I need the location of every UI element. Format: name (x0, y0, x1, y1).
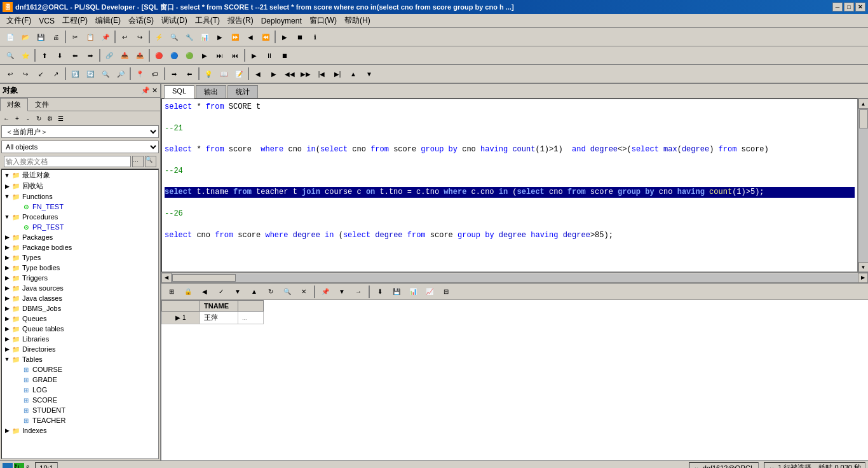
tree-item[interactable]: ▶📁DBMS_Jobs (2, 303, 158, 313)
close-button[interactable]: ✕ (855, 3, 865, 11)
tree-item[interactable]: ⊞GRADE (2, 375, 158, 385)
toolbar2-btn6[interactable]: ➡ (83, 48, 97, 62)
menu-vcs[interactable]: VCS (35, 15, 58, 27)
tree-item[interactable]: ▶📁Java sources (2, 283, 158, 293)
toolbar-btn4[interactable]: 📊 (198, 30, 212, 44)
tree-item[interactable]: ▶📁Triggers (2, 273, 158, 283)
filter2-btn[interactable]: ▼ (335, 285, 349, 299)
tree-item[interactable]: ▶📁Queues (2, 313, 158, 324)
restore-button[interactable]: □ (844, 3, 854, 11)
menu-report[interactable]: 报告(R) (224, 14, 257, 27)
toolbar2-btn3[interactable]: ⬆ (37, 48, 51, 62)
toolbar2-run2[interactable]: ⏸ (262, 48, 276, 62)
menu-project[interactable]: 工程(P) (58, 14, 92, 27)
tab-files[interactable]: 文件 (28, 98, 56, 111)
toolbar3-btn7[interactable]: 🔍 (98, 67, 112, 81)
toolbar-redo[interactable]: ↪ (133, 30, 147, 44)
tree-item[interactable]: ⊞STUDENT (2, 405, 158, 415)
tree-item[interactable]: ▼📁最近对象 (2, 170, 158, 181)
toolbar-paste[interactable]: 📌 (98, 30, 112, 44)
menu-edit[interactable]: 编辑(E) (92, 14, 125, 27)
tab-stats[interactable]: 统计 (227, 85, 258, 98)
hscrollbar[interactable]: ◀ ▶ (161, 272, 868, 282)
toolbar-btn3[interactable]: 🔧 (182, 30, 196, 44)
toolbar2-btn9[interactable]: 📤 (133, 48, 147, 62)
user-dropdown[interactable]: ＜当前用户＞ (1, 125, 159, 138)
tree-item[interactable]: ⊞COURSE (2, 364, 158, 375)
toolbar2-btn1[interactable]: 🔍 (3, 48, 17, 62)
toolbar-open[interactable]: 📂 (18, 30, 32, 44)
tree-item[interactable]: ▶📁回收站 (2, 181, 158, 191)
prev-btn[interactable]: ◀ (198, 285, 212, 299)
hscroll-right-btn[interactable]: ▶ (858, 273, 868, 283)
nav2-btn[interactable]: → (351, 285, 365, 299)
tree-item[interactable]: ⊙FN_TEST (2, 202, 158, 212)
hscroll-thumb[interactable] (172, 274, 236, 282)
pin-result-btn[interactable]: 📌 (318, 285, 332, 299)
search-input[interactable] (4, 156, 131, 167)
pin-icon[interactable]: 📌 ✕ (141, 86, 158, 95)
toolbar-btn5[interactable]: ▶ (213, 30, 227, 44)
minimize-button[interactable]: ─ (832, 3, 843, 11)
nav-first[interactable]: |◀ (315, 67, 329, 81)
vscrollbar[interactable]: ▲ ▼ (858, 99, 868, 272)
clear-btn[interactable]: ✕ (297, 285, 311, 299)
menu-help[interactable]: 帮助(H) (341, 14, 374, 27)
obj-back[interactable]: ← (1, 113, 11, 123)
scroll-thumb[interactable] (859, 109, 868, 128)
toolbar-btn1[interactable]: ⚡ (152, 30, 166, 44)
object-filter-dropdown[interactable]: All objects (1, 141, 159, 153)
nav-prev[interactable]: ◀ (251, 67, 265, 81)
nav-up[interactable]: ▲ (346, 67, 360, 81)
toolbar-copy[interactable]: 📋 (83, 30, 97, 44)
nav-prev2[interactable]: ◀◀ (283, 67, 297, 81)
tab-objects[interactable]: 对象 (0, 98, 28, 111)
obj-list[interactable]: ☰ (55, 113, 65, 123)
toolbar3-btn14[interactable]: 📖 (217, 67, 231, 81)
toolbar3-btn12[interactable]: ⬅ (182, 67, 196, 81)
toolbar-save[interactable]: 💾 (34, 30, 48, 44)
tree-item[interactable]: ▶📁Type bodies (2, 263, 158, 273)
chart2-btn[interactable]: 📈 (423, 285, 437, 299)
toolbar3-btn2[interactable]: ↪ (18, 67, 32, 81)
search-btn[interactable]: … (132, 156, 144, 167)
tree-item[interactable]: ▶📁Packages (2, 232, 158, 242)
toolbar3-btn6[interactable]: 🔄 (83, 67, 97, 81)
toolbar2-btn7[interactable]: 🔗 (102, 48, 116, 62)
tree-item[interactable]: ▶📁Directories (2, 344, 158, 354)
toolbar2-btn12[interactable]: 🟢 (182, 48, 196, 62)
scroll-up-btn[interactable]: ▲ (858, 99, 869, 109)
tree-item[interactable]: ▼📁Functions (2, 191, 158, 202)
tree-item[interactable]: ⊞TEACHER (2, 415, 158, 425)
hscroll-left-btn[interactable]: ◀ (161, 273, 172, 283)
grid-view-btn[interactable]: ⊞ (165, 285, 179, 299)
toolbar2-btn2[interactable]: ⭐ (18, 48, 32, 62)
toolbar3-btn10[interactable]: 🏷 (148, 67, 162, 81)
nav-next2[interactable]: ▶▶ (299, 67, 313, 81)
toolbar2-btn8[interactable]: 📥 (118, 48, 132, 62)
status-icon2[interactable]: ↻ (14, 463, 24, 469)
toolbar3-btn11[interactable]: ➡ (167, 67, 181, 81)
toolbar-btn2[interactable]: 🔍 (167, 30, 181, 44)
toolbar-btn8[interactable]: ⏪ (259, 30, 273, 44)
scroll-down-btn[interactable]: ▼ (858, 262, 869, 272)
toolbar3-btn8[interactable]: 🔎 (114, 67, 128, 81)
toolbar2-run3[interactable]: ⏹ (278, 48, 292, 62)
search-result-btn[interactable]: 🔍 (280, 285, 294, 299)
toolbar-stop[interactable]: ⏹ (293, 30, 307, 44)
lock-btn[interactable]: 🔒 (181, 285, 195, 299)
nav-down[interactable]: ▼ (362, 67, 376, 81)
toolbar2-btn5[interactable]: ⬅ (68, 48, 82, 62)
col-tname-header[interactable]: TNAME (200, 301, 238, 312)
tree-item[interactable]: ▶📁Queue tables (2, 324, 158, 334)
menu-deployment[interactable]: Deployment (257, 15, 306, 27)
tree-item[interactable]: ⊞SCORE (2, 395, 158, 405)
toolbar2-btn11[interactable]: 🔵 (167, 48, 181, 62)
tree-item[interactable]: ▶📁Indexes (2, 425, 158, 436)
tab-sql[interactable]: SQL (164, 85, 194, 99)
tree-item[interactable]: ⊙PR_TEST (2, 222, 158, 232)
tree-item[interactable]: ▼📁Procedures (2, 212, 158, 222)
toolbar3-btn15[interactable]: 📝 (232, 67, 246, 81)
menu-file[interactable]: 文件(F) (3, 14, 35, 27)
search-go-btn[interactable]: 🔍 (145, 156, 156, 167)
